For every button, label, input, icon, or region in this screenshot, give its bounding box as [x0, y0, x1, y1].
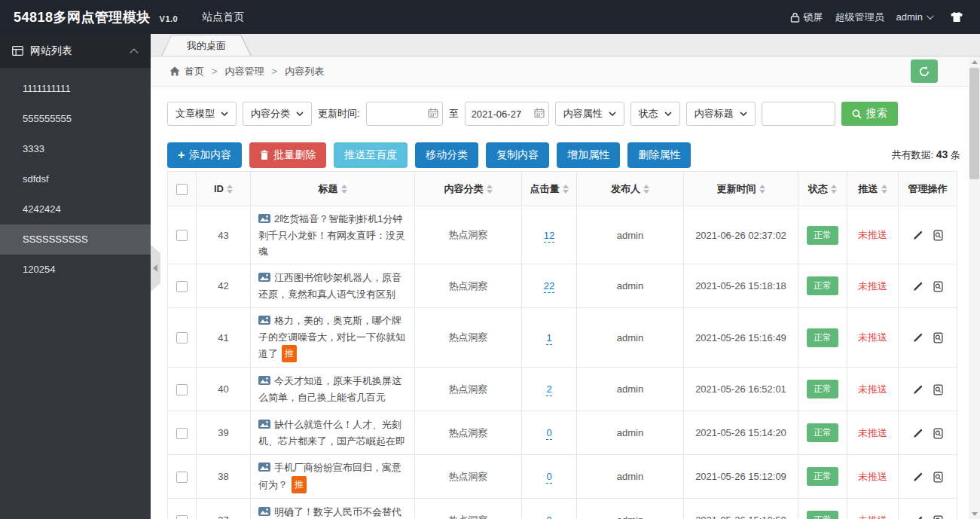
sort-icon[interactable]	[487, 185, 493, 194]
cell-id: 42	[197, 264, 251, 308]
cell-category: 热点洞察	[415, 368, 522, 411]
content-table: ID标题内容分类点击量发布人更新时间状态推送管理操作 432吃货福音？智能剥虾机…	[167, 171, 957, 519]
attribute-select[interactable]: 内容属性	[555, 102, 624, 126]
preview-icon[interactable]	[933, 332, 944, 343]
row-checkbox[interactable]	[176, 472, 188, 483]
row-checkbox[interactable]	[176, 515, 188, 519]
breadcrumb: 首页 > 内容管理 > 内容列表	[151, 56, 980, 87]
clicks-link[interactable]: 0	[546, 471, 551, 484]
category-select[interactable]: 内容分类	[243, 102, 312, 126]
nav-site-home[interactable]: 站点首页	[202, 0, 244, 34]
cell-publisher: admin	[577, 308, 684, 368]
column-header: 点击量	[522, 172, 577, 206]
preview-icon[interactable]	[933, 515, 944, 519]
edit-icon[interactable]	[912, 472, 924, 483]
edit-icon[interactable]	[912, 384, 924, 395]
user-menu[interactable]: admin	[896, 11, 932, 23]
add-attribute-button[interactable]: 增加属性	[557, 142, 620, 168]
sidebar-item-3333[interactable]: 3333	[0, 134, 151, 164]
row-checkbox[interactable]	[176, 428, 188, 439]
clicks-link[interactable]: 22	[544, 280, 554, 293]
clicks-link[interactable]: 12	[544, 230, 554, 243]
sort-icon[interactable]	[341, 185, 347, 194]
calendar-icon[interactable]	[428, 108, 438, 121]
title-field-select[interactable]: 内容标题	[686, 102, 756, 126]
sidebar-item-sdfdsf[interactable]: sdfdsf	[0, 164, 151, 194]
preview-icon[interactable]	[933, 230, 944, 241]
content-title-link[interactable]: 今天才知道，原来手机换屏这么简单，自己换上能省几百元	[258, 375, 401, 403]
row-checkbox[interactable]	[176, 384, 188, 395]
content-title-link[interactable]: 2吃货福音？智能剥虾机1分钟剥千只小龙虾！有网友直呼：没灵魂	[258, 213, 405, 257]
sort-icon[interactable]	[831, 185, 837, 194]
content-title-link[interactable]: 缺什么就造什么！人才、光刻机、芯片都来了，国产芯崛起在即	[258, 419, 405, 447]
refresh-button[interactable]	[911, 60, 938, 83]
total-count: 共有数据: 43 条	[892, 148, 966, 162]
sort-icon[interactable]	[643, 185, 649, 194]
edit-icon[interactable]	[912, 332, 924, 343]
status-badge: 正常	[807, 226, 838, 245]
status-select[interactable]: 状态	[630, 102, 680, 126]
content-title-link[interactable]: 明确了！数字人民币不会替代支付宝，你会怎么选择?	[258, 506, 401, 519]
cell-id: 41	[197, 308, 251, 368]
scrollbar-thumb[interactable]	[969, 68, 979, 179]
content-title-link[interactable]: 手机厂商纷纷宣布回归，寓意何为？	[258, 462, 401, 490]
cell-updated: 2021-05-26 15:10:50	[684, 499, 798, 519]
preview-icon[interactable]	[933, 384, 944, 395]
status-badge: 正常	[807, 511, 838, 519]
total-count-value: 43	[936, 148, 948, 160]
vertical-scrollbar[interactable]	[969, 56, 980, 519]
clicks-link[interactable]: 2	[546, 383, 551, 396]
sort-icon[interactable]	[227, 185, 233, 194]
row-checkbox[interactable]	[176, 332, 188, 343]
clicks-link[interactable]: 0	[546, 514, 551, 519]
row-checkbox[interactable]	[176, 281, 188, 292]
push-status: 未推送	[858, 280, 887, 292]
edit-icon[interactable]	[912, 281, 924, 292]
cell-publisher: admin	[577, 455, 684, 499]
model-select[interactable]: 文章模型	[167, 102, 237, 126]
sidebar-section-websites[interactable]: 网站列表	[0, 34, 151, 68]
edit-icon[interactable]	[912, 515, 924, 519]
sidebar-item-555555555[interactable]: 555555555	[0, 104, 151, 134]
sidebar-item-1111111111[interactable]: 1111111111	[0, 74, 151, 104]
copy-content-button[interactable]: 复制内容	[486, 142, 549, 168]
scroll-down-arrow[interactable]	[969, 508, 980, 519]
scroll-up-arrow[interactable]	[969, 56, 980, 67]
content-title-link[interactable]: 江西图书馆吵架机器人，原音还原，竟然和真人语气没有区别	[258, 272, 401, 300]
main-area: 我的桌面 首页 > 内容管理 > 内容列表 文章模型 内容分类	[151, 34, 980, 519]
push-status: 未推送	[858, 471, 887, 482]
batch-delete-button[interactable]: 批量删除	[249, 142, 326, 168]
sort-icon[interactable]	[563, 185, 569, 194]
delete-attribute-button[interactable]: 删除属性	[627, 142, 691, 168]
add-content-button[interactable]: + 添加内容	[167, 142, 242, 168]
sidebar-item-ssssssssss[interactable]: SSSSSSSSSS	[0, 224, 151, 255]
sidebar-item-4242424[interactable]: 4242424	[0, 194, 151, 224]
calendar-icon[interactable]	[534, 108, 545, 121]
search-button[interactable]: 搜索	[841, 102, 898, 126]
app-version: V1.0	[160, 14, 179, 23]
content-title-link[interactable]: 格力，美的，奥克斯，哪个牌子的空调噪音大，对比一下你就知道了	[258, 315, 405, 359]
lock-screen-button[interactable]: 锁屏	[790, 11, 823, 24]
clicks-link[interactable]: 0	[546, 427, 551, 440]
to-label: 至	[449, 107, 459, 121]
preview-icon[interactable]	[933, 281, 944, 292]
move-category-button[interactable]: 移动分类	[415, 142, 478, 168]
app-title: 54818多网点管理模块 V1.0	[0, 8, 178, 26]
preview-icon[interactable]	[933, 472, 944, 483]
theme-switch-button[interactable]	[950, 11, 963, 23]
select-all-checkbox[interactable]	[176, 184, 188, 195]
clicks-link[interactable]: 1	[546, 332, 551, 345]
tab-my-desktop[interactable]: 我的桌面	[161, 35, 252, 56]
breadcrumb-content-mgmt[interactable]: 内容管理	[225, 65, 264, 78]
preview-icon[interactable]	[933, 428, 944, 439]
sidebar-item-120254[interactable]: 120254	[0, 255, 151, 285]
keyword-input[interactable]	[762, 102, 835, 126]
edit-icon[interactable]	[912, 230, 924, 241]
row-checkbox[interactable]	[176, 230, 188, 241]
breadcrumb-home[interactable]: 首页	[185, 65, 204, 78]
sort-icon[interactable]	[759, 185, 765, 194]
caret-down-icon	[296, 111, 304, 116]
edit-icon[interactable]	[912, 428, 924, 439]
push-baidu-button[interactable]: 推送至百度	[334, 142, 408, 168]
sort-icon[interactable]	[881, 185, 887, 194]
